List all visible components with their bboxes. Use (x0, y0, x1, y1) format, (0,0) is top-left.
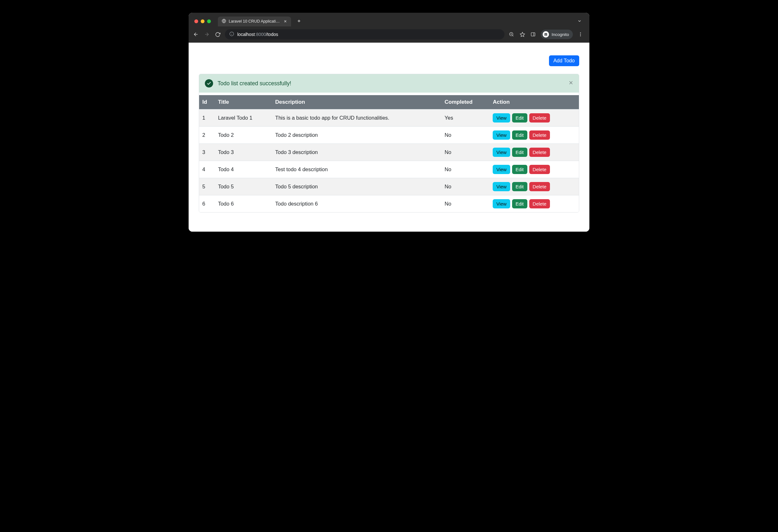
url-host: localhost (237, 32, 255, 37)
browser-window: Laravel 10 CRUD Application | T (188, 13, 590, 232)
alert-close-button[interactable] (568, 79, 574, 87)
delete-button[interactable]: Delete (529, 131, 550, 140)
success-alert: Todo list created successfully! (199, 74, 579, 93)
cell-title: Todo 6 (215, 196, 272, 213)
browser-tab[interactable]: Laravel 10 CRUD Application | T (218, 16, 291, 26)
side-panel-icon[interactable] (530, 32, 536, 37)
menu-icon[interactable] (577, 32, 584, 37)
cell-action: ViewEditDelete (489, 161, 579, 178)
edit-button[interactable]: Edit (512, 165, 527, 174)
cell-id: 4 (199, 161, 215, 178)
table-row: 2Todo 2Todo 2 descriptionNoViewEditDelet… (199, 127, 579, 144)
page-content: Add Todo Todo list created successfully!… (188, 43, 590, 232)
table-row: 1Laravel Todo 1This is a basic todo app … (199, 109, 579, 127)
cell-action: ViewEditDelete (489, 178, 579, 196)
url-text: localhost:8000/todos (237, 32, 278, 37)
view-button[interactable]: View (493, 165, 510, 174)
todo-card: Todo list created successfully! Id Title… (199, 74, 579, 213)
view-button[interactable]: View (493, 113, 510, 123)
edit-button[interactable]: Edit (512, 131, 527, 140)
back-button[interactable] (192, 31, 200, 37)
incognito-badge[interactable]: Incognito (541, 29, 573, 39)
cell-title: Laravel Todo 1 (215, 109, 272, 127)
cell-description: Todo 3 description (272, 144, 441, 161)
cell-id: 5 (199, 178, 215, 196)
window-controls (194, 19, 211, 23)
cell-completed: No (442, 196, 490, 213)
delete-button[interactable]: Delete (529, 113, 550, 123)
edit-button[interactable]: Edit (512, 182, 527, 191)
edit-button[interactable]: Edit (512, 148, 527, 157)
svg-point-6 (580, 32, 581, 33)
cell-completed: No (442, 144, 490, 161)
window-minimize-button[interactable] (201, 19, 205, 23)
view-button[interactable]: View (493, 131, 510, 140)
add-todo-button[interactable]: Add Todo (549, 55, 579, 66)
globe-icon (222, 19, 226, 24)
cell-title: Todo 2 (215, 127, 272, 144)
cell-completed: No (442, 127, 490, 144)
table-row: 4Todo 4Test todo 4 descriptionNoViewEdit… (199, 161, 579, 178)
cell-completed: Yes (442, 109, 490, 127)
cell-id: 3 (199, 144, 215, 161)
cell-description: This is a basic todo app for CRUD functi… (272, 109, 441, 127)
cell-title: Todo 5 (215, 178, 272, 196)
svg-point-5 (546, 34, 547, 35)
tabs-dropdown-button[interactable] (575, 17, 584, 25)
cell-action: ViewEditDelete (489, 144, 579, 161)
address-bar[interactable]: localhost:8000/todos (225, 29, 504, 40)
edit-button[interactable]: Edit (512, 113, 527, 123)
table-row: 3Todo 3Todo 3 descriptionNoViewEditDelet… (199, 144, 579, 161)
view-button[interactable]: View (493, 199, 510, 208)
th-title: Title (215, 95, 272, 109)
table-header-row: Id Title Description Completed Action (199, 95, 579, 109)
cell-description: Test todo 4 description (272, 161, 441, 178)
cell-id: 6 (199, 196, 215, 213)
browser-chrome: Laravel 10 CRUD Application | T (188, 13, 590, 43)
cell-action: ViewEditDelete (489, 196, 579, 213)
incognito-icon (543, 31, 549, 37)
table-row: 6Todo 6Todo description 6NoViewEditDelet… (199, 196, 579, 213)
window-maximize-button[interactable] (207, 19, 211, 23)
svg-rect-3 (531, 33, 535, 36)
th-description: Description (272, 95, 441, 109)
tab-bar: Laravel 10 CRUD Application | T (188, 13, 590, 27)
todo-table: Id Title Description Completed Action 1L… (199, 95, 579, 212)
bookmark-icon[interactable] (519, 32, 526, 37)
reload-button[interactable] (214, 32, 221, 37)
delete-button[interactable]: Delete (529, 182, 550, 191)
cell-title: Todo 3 (215, 144, 272, 161)
th-completed: Completed (442, 95, 490, 109)
new-tab-button[interactable] (294, 17, 304, 26)
check-circle-icon (205, 79, 213, 87)
forward-button[interactable] (203, 31, 210, 37)
svg-point-8 (580, 35, 581, 36)
tab-close-icon[interactable] (284, 19, 287, 23)
zoom-icon[interactable] (508, 32, 515, 37)
url-port: :8000 (255, 32, 266, 37)
edit-button[interactable]: Edit (512, 199, 527, 208)
cell-action: ViewEditDelete (489, 127, 579, 144)
delete-button[interactable]: Delete (529, 148, 550, 157)
site-info-icon[interactable] (229, 31, 234, 37)
svg-point-7 (580, 34, 581, 35)
cell-id: 1 (199, 109, 215, 127)
url-path: /todos (266, 32, 278, 37)
cell-description: Todo description 6 (272, 196, 441, 213)
view-button[interactable]: View (493, 182, 510, 191)
cell-title: Todo 4 (215, 161, 272, 178)
view-button[interactable]: View (493, 148, 510, 157)
toolbar-right: Incognito (508, 29, 586, 39)
page-actions: Add Todo (199, 55, 579, 66)
th-id: Id (199, 95, 215, 109)
cell-action: ViewEditDelete (489, 109, 579, 127)
window-close-button[interactable] (194, 19, 198, 23)
cell-id: 2 (199, 127, 215, 144)
delete-button[interactable]: Delete (529, 165, 550, 174)
th-action: Action (489, 95, 579, 109)
cell-completed: No (442, 178, 490, 196)
svg-point-4 (545, 34, 546, 35)
delete-button[interactable]: Delete (529, 199, 550, 208)
alert-message: Todo list created successfully! (218, 80, 291, 87)
tab-title: Laravel 10 CRUD Application | T (229, 19, 281, 23)
